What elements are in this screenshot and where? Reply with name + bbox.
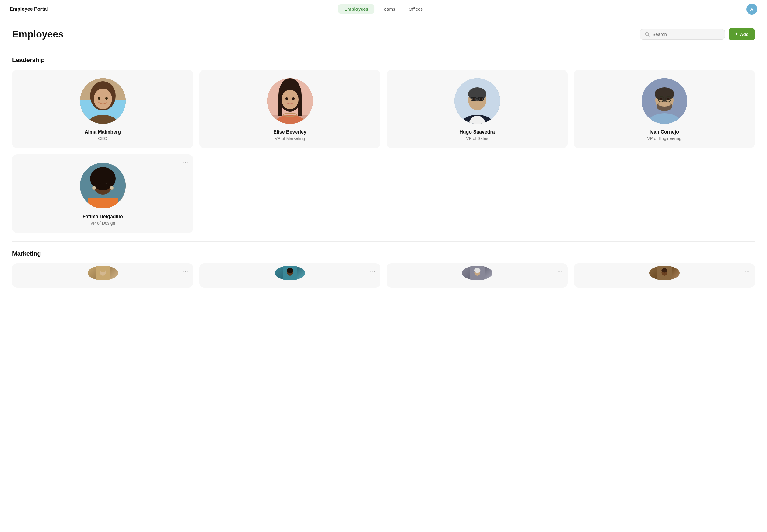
employee-role: VP of Design [90,221,115,226]
leadership-row-1: ··· [12,70,755,148]
svg-point-49 [98,183,101,186]
svg-rect-44 [88,198,118,208]
svg-rect-15 [298,95,302,116]
card-menu-alma[interactable]: ··· [183,75,188,81]
svg-point-36 [658,102,671,107]
avatar-hugo [454,78,500,124]
svg-point-29 [480,98,482,100]
employee-role: VP of Engineering [647,136,681,141]
page-title: Employees [12,29,64,40]
svg-point-41 [667,98,669,100]
employee-name: Alma Malmberg [85,129,121,135]
avatar-m3 [462,266,492,280]
add-label: Add [740,32,749,37]
employee-card-m2[interactable]: ··· [199,263,380,288]
employee-name: Ivan Cornejo [650,129,679,135]
section-title-marketing: Marketing [12,250,755,257]
section-title-leadership: Leadership [12,57,755,64]
leadership-row-2: ··· [12,154,755,233]
avatar-m1 [88,266,118,280]
svg-point-66 [661,268,667,272]
employee-role: CEO [98,136,107,141]
navbar: Employee Portal Employees Teams Offices … [0,0,767,18]
card-menu-ivan[interactable]: ··· [744,75,750,81]
tab-employees[interactable]: Employees [338,4,374,14]
svg-point-7 [94,89,112,109]
employee-card-elise[interactable]: ··· [199,70,380,148]
page-header: Employees + Add [0,18,767,48]
employee-card-hugo[interactable]: ··· [387,70,568,148]
plus-icon: + [735,31,738,37]
svg-point-48 [110,186,114,190]
card-menu-m3[interactable]: ··· [557,268,563,275]
search-icon [645,32,650,37]
svg-point-52 [106,184,107,184]
avatar[interactable]: A [746,4,757,15]
svg-point-16 [282,90,299,109]
employee-card-fatima[interactable]: ··· [12,154,193,233]
employee-card-ivan[interactable]: ··· [574,70,755,148]
card-menu-m4[interactable]: ··· [744,268,750,275]
svg-point-57 [100,269,106,272]
svg-point-9 [105,97,108,100]
card-menu-m1[interactable]: ··· [183,268,188,275]
employee-role: VP of Sales [466,136,488,141]
employee-card-m3[interactable]: ··· [387,263,568,288]
svg-point-8 [98,97,100,100]
employee-card-m1[interactable]: ··· [12,263,193,288]
svg-point-63 [474,268,480,273]
employee-card-alma[interactable]: ··· [12,70,193,148]
svg-point-47 [92,186,96,190]
employee-name: Hugo Saavedra [459,129,495,135]
avatar-elise [267,78,313,124]
svg-point-18 [285,97,288,100]
avatar-alma [80,78,126,124]
avatar-m2 [275,266,305,280]
svg-point-40 [660,98,662,100]
employee-role: VP of Marketing [275,136,305,141]
marketing-row-1: ··· ··· [12,263,755,288]
employee-name: Elise Beverley [273,129,306,135]
avatar-fatima [80,163,126,208]
svg-point-50 [105,183,107,186]
header-actions: + Add [640,28,755,40]
section-marketing: Marketing ··· ··· [0,242,767,288]
avatar-m4 [649,266,680,280]
employee-card-m4[interactable]: ··· [574,263,755,288]
card-menu-m2[interactable]: ··· [370,268,376,275]
svg-rect-14 [278,95,282,116]
add-button[interactable]: + Add [729,28,755,40]
card-menu-elise[interactable]: ··· [370,75,376,81]
brand-logo: Employee Portal [10,6,48,12]
card-menu-fatima[interactable]: ··· [183,159,188,166]
avatar-ivan [642,78,687,124]
nav-tabs: Employees Teams Offices [338,4,429,14]
svg-point-60 [287,268,293,273]
svg-point-19 [292,97,295,100]
employee-name: Fatima Delgadillo [82,214,123,219]
section-leadership: Leadership ··· [0,48,767,233]
search-box [640,29,725,40]
svg-point-51 [100,184,100,184]
tab-teams[interactable]: Teams [376,4,401,14]
tab-offices[interactable]: Offices [403,4,429,14]
card-menu-hugo[interactable]: ··· [557,75,563,81]
svg-line-1 [648,35,650,36]
svg-point-28 [473,98,475,100]
search-input[interactable] [652,32,720,37]
